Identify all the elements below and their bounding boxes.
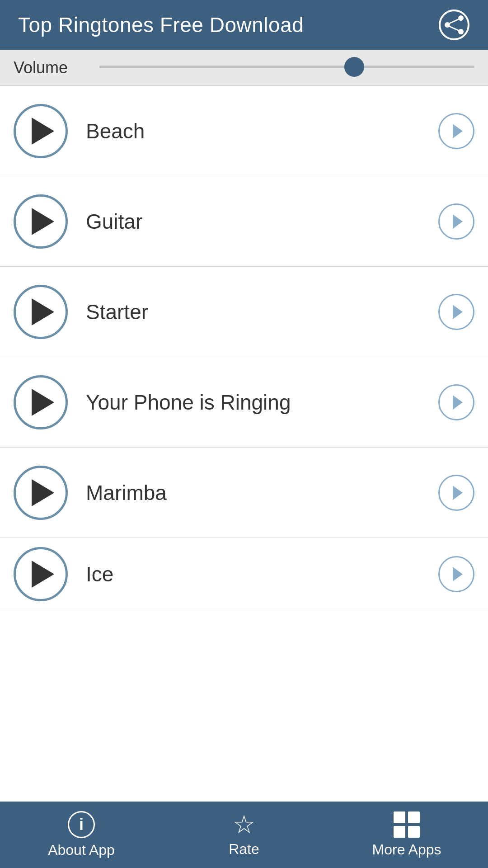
star-icon: ☆ — [233, 812, 255, 837]
play-icon — [32, 208, 54, 235]
ringtone-name-marimba: Marimba — [68, 481, 438, 505]
chevron-right-icon — [453, 567, 463, 581]
svg-point-0 — [440, 10, 469, 39]
chevron-button-ice[interactable] — [438, 556, 474, 592]
nav-label-more: More Apps — [372, 841, 441, 858]
chevron-right-icon — [453, 486, 463, 500]
volume-bar: Volume — [0, 50, 488, 86]
play-button-starter[interactable] — [14, 285, 68, 339]
ringtone-list: Beach Guitar Starter — [0, 86, 488, 802]
list-item: Starter — [0, 267, 488, 357]
play-button-guitar[interactable] — [14, 194, 68, 249]
info-icon: i — [68, 811, 95, 838]
bottom-nav: i About App ☆ Rate More Apps — [0, 802, 488, 868]
play-icon — [32, 561, 54, 588]
chevron-button-marimba[interactable] — [438, 475, 474, 511]
play-button-marimba[interactable] — [14, 466, 68, 520]
nav-label-rate: Rate — [229, 841, 259, 858]
list-item: Your Phone is Ringing — [0, 357, 488, 448]
chevron-button-ringing[interactable] — [438, 384, 474, 420]
volume-track — [99, 66, 474, 68]
page-title: Top Ringtones Free Download — [18, 13, 304, 37]
ringtone-name-ice: Ice — [68, 562, 438, 586]
header: Top Ringtones Free Download — [0, 0, 488, 50]
play-icon — [32, 479, 54, 506]
nav-item-more[interactable]: More Apps — [325, 802, 488, 868]
volume-label: Volume — [14, 58, 86, 77]
chevron-right-icon — [453, 214, 463, 229]
volume-fill — [99, 66, 354, 68]
chevron-right-icon — [453, 305, 463, 319]
list-item: Guitar — [0, 176, 488, 267]
play-icon — [32, 389, 54, 416]
nav-item-about[interactable]: i About App — [0, 802, 163, 868]
svg-point-3 — [458, 29, 464, 34]
ringtone-name-beach: Beach — [68, 119, 438, 143]
volume-thumb[interactable] — [344, 57, 364, 77]
chevron-button-beach[interactable] — [438, 113, 474, 149]
chevron-right-icon — [453, 124, 463, 138]
svg-line-5 — [449, 26, 459, 31]
app-container: Top Ringtones Free Download Volume — [0, 0, 488, 868]
play-button-ringing[interactable] — [14, 375, 68, 429]
list-item: Ice — [0, 538, 488, 610]
chevron-button-guitar[interactable] — [438, 203, 474, 240]
play-button-ice[interactable] — [14, 547, 68, 601]
svg-line-4 — [449, 19, 459, 24]
nav-label-about: About App — [48, 842, 115, 859]
chevron-button-starter[interactable] — [438, 294, 474, 330]
ringtone-name-ringing: Your Phone is Ringing — [68, 390, 438, 415]
chevron-right-icon — [453, 395, 463, 410]
ringtone-name-starter: Starter — [68, 300, 438, 324]
share-icon[interactable] — [438, 9, 470, 41]
ringtone-name-guitar: Guitar — [68, 209, 438, 234]
list-item: Beach — [0, 86, 488, 176]
svg-point-2 — [458, 15, 464, 21]
play-button-beach[interactable] — [14, 104, 68, 158]
list-item: Marimba — [0, 448, 488, 538]
play-icon — [32, 298, 54, 326]
grid-icon — [394, 811, 420, 838]
play-icon — [32, 118, 54, 145]
nav-item-rate[interactable]: ☆ Rate — [163, 802, 325, 868]
volume-slider[interactable] — [99, 66, 474, 70]
